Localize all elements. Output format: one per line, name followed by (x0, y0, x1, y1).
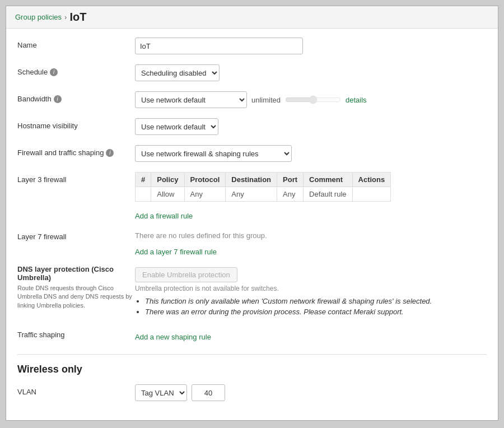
page-container: Group policies › IoT Name Schedule i Sch… (6, 6, 498, 421)
vlan-control: Tag VLAN No VLAN (135, 384, 487, 401)
firewall-shaping-select[interactable]: Use network firewall & shaping rules Cus… (135, 145, 292, 162)
layer3-control: # Policy Protocol Destination Port Comme… (135, 172, 487, 220)
col-port: Port (277, 173, 304, 187)
layer7-label: Layer 7 firewall (17, 229, 135, 241)
cell-port: Any (277, 187, 304, 202)
bandwidth-details-link[interactable]: details (346, 96, 367, 104)
cell-actions (352, 187, 391, 202)
schedule-control: Scheduling disabled (135, 64, 487, 81)
hostname-visibility-row: Hostname visibility Use network default (17, 118, 487, 136)
name-row: Name (17, 38, 487, 55)
col-policy: Policy (151, 173, 184, 187)
layer7-control: There are no rules defined for this grou… (135, 229, 487, 256)
hostname-control: Use network default (135, 118, 487, 135)
vlan-row: VLAN Tag VLAN No VLAN (17, 384, 487, 402)
add-firewall-rule-link[interactable]: Add a firewall rule (135, 212, 193, 220)
umbrella-note: Umbrella protection is not available for… (135, 285, 487, 292)
col-protocol: Protocol (184, 173, 226, 187)
bandwidth-unlimited-label: unlimited (251, 96, 281, 104)
main-content: Name Schedule i Scheduling disabled Band… (6, 29, 498, 420)
add-shaping-rule-link[interactable]: Add a new shaping rule (135, 333, 211, 341)
col-actions: Actions (352, 173, 391, 187)
schedule-row: Schedule i Scheduling disabled (17, 64, 487, 82)
page-title: IoT (69, 11, 86, 24)
umbrella-btn[interactable]: Enable Umbrella protection (135, 267, 237, 282)
firewall-shaping-label: Firewall and traffic shaping i (17, 145, 135, 157)
dns-sub-label: Route DNS requests through Cisco Umbrell… (17, 284, 135, 310)
traffic-shaping-label: Traffic shaping (17, 327, 135, 339)
wireless-only-section: Wireless only VLAN Tag VLAN No VLAN (17, 364, 487, 402)
schedule-select[interactable]: Scheduling disabled (135, 64, 220, 81)
page-header: Group policies › IoT (6, 6, 498, 29)
bandwidth-slider[interactable] (285, 95, 341, 104)
vlan-select[interactable]: Tag VLAN No VLAN (135, 384, 187, 401)
bandwidth-label: Bandwidth i (17, 91, 135, 103)
breadcrumb-separator: › (64, 13, 67, 21)
wireless-only-title: Wireless only (17, 364, 487, 375)
layer3-label: Layer 3 firewall (17, 172, 135, 184)
layer3-firewall-row: Layer 3 firewall # Policy Protocol Desti… (17, 172, 487, 220)
traffic-shaping-control: Add a new shaping rule (135, 327, 211, 341)
cell-num (136, 187, 151, 202)
col-num: # (136, 173, 151, 187)
vlan-label: VLAN (17, 384, 135, 396)
cell-comment: Default rule (304, 187, 352, 202)
hostname-label: Hostname visibility (17, 118, 135, 130)
traffic-shaping-row: Traffic shaping Add a new shaping rule (17, 327, 487, 345)
dns-label-block: DNS layer protection (Cisco Umbrella) Ro… (17, 265, 135, 310)
hostname-select[interactable]: Use network default (135, 118, 218, 135)
cell-destination: Any (226, 187, 277, 202)
bandwidth-info-icon[interactable]: i (54, 95, 62, 103)
umbrella-bullet-1: This function is only available when 'Cu… (145, 297, 487, 305)
cell-protocol: Any (184, 187, 226, 202)
col-comment: Comment (304, 173, 352, 187)
table-row: Allow Any Any Any Default rule (136, 187, 391, 202)
firewall-shaping-info-icon[interactable]: i (106, 149, 114, 157)
dns-control: Enable Umbrella protection Umbrella prot… (135, 265, 487, 318)
bandwidth-row: Bandwidth i Use network default unlimite… (17, 91, 487, 109)
add-layer7-rule-link[interactable]: Add a layer 7 firewall rule (135, 248, 217, 256)
cell-policy: Allow (151, 187, 184, 202)
layer7-firewall-row: Layer 7 firewall There are no rules defi… (17, 229, 487, 256)
firewall-shaping-control: Use network firewall & shaping rules Cus… (135, 145, 487, 162)
name-control (135, 38, 487, 54)
col-destination: Destination (226, 173, 277, 187)
dns-layer-row: DNS layer protection (Cisco Umbrella) Ro… (17, 265, 487, 318)
vlan-number-input[interactable] (192, 384, 225, 401)
schedule-label: Schedule i (17, 64, 135, 76)
layer3-table: # Policy Protocol Destination Port Comme… (135, 172, 391, 202)
breadcrumb-parent-link[interactable]: Group policies (15, 13, 62, 21)
dns-main-label: DNS layer protection (Cisco Umbrella) (17, 265, 135, 282)
schedule-info-icon[interactable]: i (50, 68, 58, 76)
bandwidth-inner: Use network default unlimited details (135, 91, 367, 108)
umbrella-bullet-2: There was an error during the provision … (145, 308, 487, 316)
umbrella-bullets-list: This function is only available when 'Cu… (135, 297, 487, 316)
layer7-no-rules-text: There are no rules defined for this grou… (135, 231, 267, 240)
name-label: Name (17, 38, 135, 49)
firewall-shaping-row: Firewall and traffic shaping i Use netwo… (17, 145, 487, 163)
name-input[interactable] (135, 38, 303, 54)
bandwidth-select[interactable]: Use network default (135, 91, 247, 108)
section-divider (17, 354, 487, 355)
bandwidth-control: Use network default unlimited details (135, 91, 487, 108)
